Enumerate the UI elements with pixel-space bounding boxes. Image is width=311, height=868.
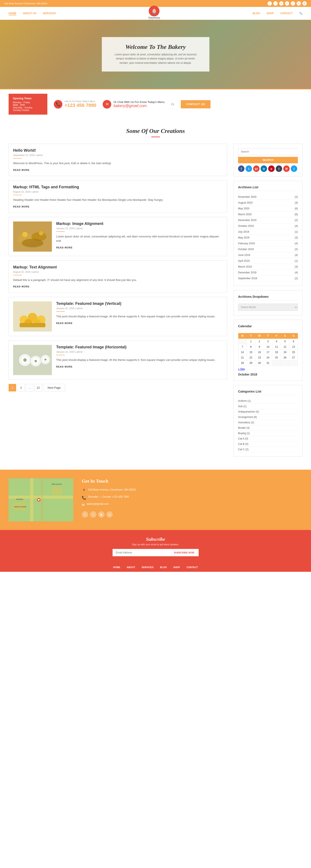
bottom-nav-about[interactable]: ABOUT [127,566,135,568]
footer-social-tw2[interactable]: t [90,511,96,518]
page-1[interactable]: 1 [9,384,16,392]
nav-shop[interactable]: SHOP [267,12,274,15]
social-tw[interactable]: t [273,1,278,6]
archive-link[interactable]: April 2019 [238,259,250,262]
category-link[interactable]: Cat B (4) [238,442,248,445]
category-link[interactable]: Antiquarianism (5) [238,410,259,413]
category-link[interactable]: Cat C (2) [238,448,249,451]
read-more-link[interactable]: READ MORE [13,205,30,208]
next-page-button[interactable]: Next Page [43,384,65,392]
social-pi[interactable]: p [291,1,295,6]
archive-link[interactable]: February 2019 [238,242,255,245]
category-link[interactable]: Cat A (3) [238,437,248,440]
cal-cell: 30 [255,361,264,366]
nav-blog[interactable]: BLOG [253,12,260,15]
read-more-link[interactable]: READ MORE [13,169,30,171]
category-link[interactable]: Aciform (1) [238,399,251,402]
bottom-nav-shop[interactable]: SHOP [173,566,180,568]
archive-link[interactable]: October 2019 [238,248,254,251]
list-item: Broder (4) [238,425,298,431]
category-link[interactable]: Buying (1) [238,432,250,435]
archive-link[interactable]: August 2020 [238,201,252,204]
footer-social-yt[interactable]: ▶ [98,511,105,518]
archive-link[interactable]: October 2019 [238,224,254,227]
email-details: Or Chat With Us For Know Today's Menu ba… [113,100,165,108]
archive-link[interactable]: September 2018 [238,277,257,280]
bottom-nav-home[interactable]: HOME [113,566,120,568]
post-title: Template: Featured Image (Horizontal) [56,345,222,349]
footer-contact: Get In Touch 📍 618 Base Avenue, Cloudnow… [82,478,302,521]
svg-text:RAJNADA: RAJNADA [16,498,23,500]
archive-link[interactable]: March 2020 [238,213,252,216]
cal-row: 1 2 3 4 5 6 [238,339,298,344]
social-icon-pi[interactable]: p [268,165,275,172]
read-more-link[interactable]: READ MORE [56,322,72,324]
hero-body: Lorem ipsum dolor sit amet, consectetur … [112,53,199,65]
archive-link[interactable]: March 2019 [238,265,252,268]
page-2[interactable]: 2 [17,384,25,392]
page-12[interactable]: 12 [34,384,42,392]
archive-link[interactable]: June 2019 [238,254,250,256]
nav-about[interactable]: ABOUT US [23,12,36,15]
archive-link[interactable]: May 2020 [238,207,249,210]
page-ellipsis[interactable]: … [26,384,33,392]
footer-social-li[interactable]: in [106,511,113,518]
post-with-image: Template: Featured Image (Horizontal) Ja… [13,345,222,375]
social-icon-tw[interactable]: t [246,165,252,172]
category-link[interactable]: Sub (1) [238,405,246,408]
bottom-nav-services[interactable]: SERVICES [142,566,153,568]
svg-rect-26 [41,478,43,521]
cal-cell: 13 [289,344,298,350]
social-icon-li[interactable]: in [261,165,267,172]
read-more-link[interactable]: READ MORE [56,246,72,249]
archive-link[interactable]: November 2020 [238,195,256,198]
subscribe-bar: Subscribe Sign up with your email to get… [0,530,311,563]
pagination: 1 2 … 12 Next Page [9,384,227,392]
subscribe-button[interactable]: SUBSCRIBE NOW [170,549,199,556]
social-icon-em[interactable]: ✉ [283,165,290,172]
cal-cell: 14 [238,350,247,355]
social-em[interactable]: ✉ [297,1,301,6]
category-link[interactable]: Asmodeus (2) [238,421,254,424]
categories-widget-title: Categories List [238,390,298,395]
post-title: Markup: Image Alignment [56,221,222,226]
subscribe-email-input[interactable] [112,549,170,556]
social-fb[interactable]: f [268,1,272,6]
list-item: May 2020(6) [238,206,298,212]
month-select[interactable]: Select Month November 2020 August 2020 M… [238,304,298,311]
contact-us-button[interactable]: CONTACT US [181,100,210,108]
social-gp[interactable]: g [279,1,283,6]
nav-contact[interactable]: CONTACT [280,12,293,15]
cal-row: 28 29 30 31 [238,361,298,366]
cal-header-w: W [255,333,264,339]
archive-link[interactable]: July 2019 [238,230,249,233]
social-icon-tw2[interactable]: t [291,165,297,172]
creations-section-title: Some Of Our Creations [0,119,311,144]
category-link[interactable]: Arrangement (6) [238,415,257,418]
nav-home[interactable]: HOME [9,12,16,15]
archive-link[interactable]: May 2019 [238,236,249,239]
site-logo: 🧁 Sweetshop ESTD. 1947 [148,6,160,21]
bottom-nav-blog[interactable]: BLOG [160,566,167,568]
nav-services[interactable]: SERVICES [43,12,56,15]
search-input[interactable] [238,148,298,155]
archive-link[interactable]: December 2018 [238,271,256,274]
footer-social-tw[interactable]: t [82,511,88,518]
nav-search[interactable]: 🔍 [299,12,302,15]
category-link[interactable]: Broder (4) [238,426,250,429]
dropdown-widget-title: Archives Dropdown [238,295,298,300]
social-in[interactable]: in [285,1,289,6]
bottom-nav-contact[interactable]: CONTACT [186,566,198,568]
list-item: Cat B (4) [238,441,298,447]
svg-rect-30 [51,487,62,494]
read-more-link[interactable]: READ MORE [56,365,72,368]
social-icon-fb[interactable]: f [238,165,244,172]
search-button[interactable]: SEARCH [238,157,298,163]
archives-dropdown: Select Month November 2020 August 2020 M… [238,304,298,311]
social-icon-gp[interactable]: g+ [253,165,260,172]
cal-prev[interactable]: « Sep [238,368,245,371]
archive-link[interactable]: December 2019 [238,219,256,222]
social-cart[interactable]: 🛒 [302,1,307,6]
read-more-link[interactable]: READ MORE [13,285,30,288]
social-icon-tu[interactable]: t [276,165,282,172]
